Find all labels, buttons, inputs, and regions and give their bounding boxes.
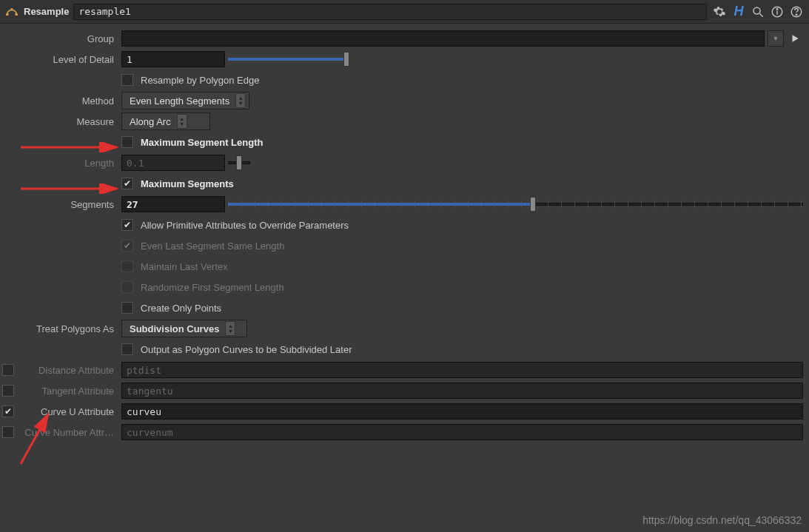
gear-icon[interactable] <box>711 4 728 20</box>
group-row: Group ▼ <box>0 28 806 49</box>
max-segs-row: Maximum Segments <box>0 173 806 194</box>
node-name-input[interactable] <box>73 4 707 20</box>
houdini-icon[interactable]: H <box>731 4 747 20</box>
curvenum-attr-toggle[interactable] <box>2 426 14 438</box>
segments-input[interactable] <box>121 196 225 212</box>
max-seg-len-checkbox[interactable] <box>121 136 133 148</box>
curvenum-attr-input <box>121 424 803 440</box>
tan-attr-row: Tangent Attribute <box>0 380 806 401</box>
svg-point-3 <box>753 7 760 14</box>
node-type-icon <box>4 4 19 19</box>
resample-by-edge-checkbox[interactable] <box>121 74 133 86</box>
curveu-attr-toggle[interactable] <box>2 405 14 417</box>
tan-attr-input <box>121 383 803 399</box>
max-segs-checkbox[interactable] <box>121 178 133 189</box>
method-dropdown[interactable]: Even Length Segments ▲▼ <box>121 92 249 110</box>
treat-polys-value: Subdivision Curves <box>130 323 219 334</box>
header-icon-group: H <box>711 4 805 20</box>
tan-attr-toggle[interactable] <box>2 385 14 397</box>
watermark-text: https://blog.csdn.net/qq_43066332 <box>642 514 802 526</box>
randomize-first-checkbox <box>121 281 133 293</box>
even-last-row: Even Last Segment Same Length <box>0 235 806 256</box>
allow-override-checkbox[interactable] <box>121 219 133 231</box>
svg-point-1 <box>11 8 13 10</box>
length-row: Length <box>0 152 806 173</box>
resample-by-edge-row: Resample by Polygon Edge <box>0 70 806 90</box>
lod-slider[interactable] <box>228 51 346 67</box>
output-poly-checkbox[interactable] <box>121 343 133 355</box>
search-icon[interactable] <box>750 4 766 20</box>
create-points-checkbox[interactable] <box>121 302 133 314</box>
max-segs-label: Maximum Segments <box>141 178 234 189</box>
curveu-attr-row: Curve U Attribute <box>0 401 806 422</box>
measure-label: Measure <box>0 116 118 127</box>
help-icon[interactable] <box>788 4 805 20</box>
length-label: Length <box>0 158 118 169</box>
group-input[interactable] <box>121 30 765 47</box>
curvenum-attr-label: Curve Number Attr… <box>19 427 118 438</box>
segments-row: Segments <box>0 194 806 215</box>
dist-attr-input <box>121 362 803 378</box>
max-seg-len-row: Maximum Segment Length <box>0 132 806 152</box>
method-row: Method Even Length Segments ▲▼ <box>0 90 806 111</box>
segments-slider[interactable] <box>228 196 803 212</box>
method-label: Method <box>0 95 118 107</box>
group-label: Group <box>0 33 118 44</box>
allow-override-row: Allow Primitive Attributes to Override P… <box>0 215 806 235</box>
measure-row: Measure Along Arc ▲▼ <box>0 111 806 132</box>
method-value: Even Length Segments <box>130 95 229 107</box>
even-last-label: Even Last Segment Same Length <box>141 240 284 252</box>
length-slider <box>228 155 250 171</box>
lod-input[interactable] <box>121 51 225 67</box>
group-select-button[interactable] <box>787 30 803 47</box>
randomize-first-row: Randomize First Segment Length <box>0 277 806 297</box>
curveu-attr-label: Curve U Attribute <box>19 406 118 417</box>
randomize-first-label: Randomize First Segment Length <box>141 282 284 293</box>
maintain-last-row: Maintain Last Vertex <box>0 256 806 277</box>
svg-point-0 <box>7 13 8 15</box>
dist-attr-label: Distance Attribute <box>19 365 118 376</box>
treat-polys-row: Treat Polygons As Subdivision Curves ▲▼ <box>0 318 806 339</box>
treat-polys-label: Treat Polygons As <box>0 323 118 334</box>
measure-dropdown[interactable]: Along Arc ▲▼ <box>121 112 210 130</box>
create-points-row: Create Only Points <box>0 297 806 318</box>
maintain-last-label: Maintain Last Vertex <box>141 261 228 272</box>
svg-point-2 <box>16 13 17 15</box>
tan-attr-label: Tangent Attribute <box>19 385 118 397</box>
parameter-panel: Group ▼ Level of Detail Resample by Poly… <box>0 24 809 447</box>
maintain-last-checkbox <box>121 260 133 272</box>
svg-point-7 <box>776 8 778 10</box>
create-points-label: Create Only Points <box>141 303 221 314</box>
dist-attr-row: Distance Attribute <box>0 360 806 380</box>
updown-icon: ▲▼ <box>225 321 235 336</box>
length-input <box>121 155 225 171</box>
updown-icon: ▲▼ <box>177 114 187 129</box>
measure-value: Along Arc <box>130 116 171 127</box>
updown-icon: ▲▼ <box>235 93 246 108</box>
group-dropdown-button[interactable]: ▼ <box>768 30 784 47</box>
info-icon[interactable] <box>769 4 785 20</box>
svg-point-9 <box>796 14 797 16</box>
lod-row: Level of Detail <box>0 49 806 70</box>
dist-attr-toggle[interactable] <box>2 364 14 376</box>
resample-by-edge-label: Resample by Polygon Edge <box>141 75 259 86</box>
max-seg-len-label: Maximum Segment Length <box>141 137 263 148</box>
svg-line-4 <box>759 13 763 17</box>
output-poly-label: Output as Polygon Curves to be Subdivide… <box>141 344 352 355</box>
segments-label: Segments <box>0 199 118 210</box>
output-poly-row: Output as Polygon Curves to be Subdivide… <box>0 339 806 360</box>
treat-polys-dropdown[interactable]: Subdivision Curves ▲▼ <box>121 320 247 337</box>
node-type-label: Resample <box>24 6 69 17</box>
header-bar: Resample H <box>0 0 809 24</box>
allow-override-label: Allow Primitive Attributes to Override P… <box>141 220 349 231</box>
curveu-attr-input[interactable] <box>121 403 803 420</box>
even-last-checkbox <box>121 240 133 252</box>
lod-label: Level of Detail <box>0 54 118 65</box>
curvenum-attr-row: Curve Number Attr… <box>0 422 806 442</box>
